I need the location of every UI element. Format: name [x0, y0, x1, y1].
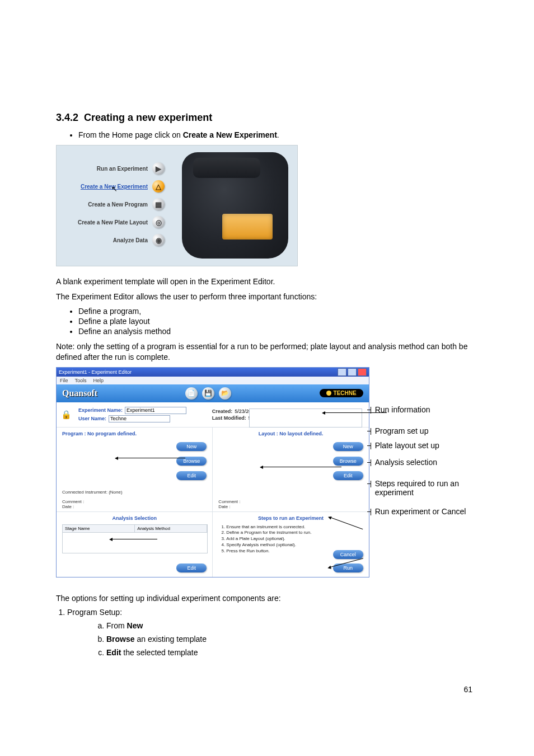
cursor-icon: ↖	[111, 185, 118, 193]
layout-browse-button[interactable]: Browse	[333, 457, 363, 466]
layout-panel: Layout : No layout defined. New Browse E…	[213, 428, 368, 511]
para-blank-template: A blank experiment template will open in…	[56, 276, 472, 287]
para-note: Note: only the setting of a program is e…	[56, 341, 472, 363]
layout-title: Layout : No layout defined.	[218, 431, 363, 436]
step-item: Specify Analysis method (optional).	[226, 542, 363, 548]
annotation-arrow	[263, 467, 341, 467]
layout-date-label: Date :	[218, 504, 363, 509]
analysis-title: Analysis Selection	[62, 515, 207, 521]
home-item-label: Create a New Experiment	[67, 184, 148, 190]
brand-row: Quansoft 📄 💾 📂 TECHNE	[57, 384, 369, 402]
window-minimize-button[interactable]	[338, 368, 346, 376]
home-item-new-program[interactable]: Create a New Program ▦	[67, 198, 165, 210]
page-icon[interactable]: 📄	[185, 387, 198, 400]
home-item-analyze[interactable]: Analyze Data ◉	[67, 234, 165, 246]
app-brand: Quansoft	[62, 388, 97, 398]
menu-bar: File Tools Help	[57, 377, 369, 384]
section-title: Creating a new experiment	[84, 112, 212, 123]
step-item: Add a Plate Layout (optional).	[226, 536, 363, 542]
plate-icon: ◎	[152, 216, 165, 228]
instrument-illustration	[182, 152, 288, 259]
program-new-button[interactable]: New	[176, 442, 207, 451]
annotation-plate-layout: Plate layout set up	[375, 441, 439, 450]
annotation-run-cancel: Run experiment or Cancel	[375, 507, 466, 516]
program-comment-label: Comment :	[62, 499, 207, 504]
window-title: Experiment1 - Experiment Editor	[59, 369, 132, 375]
home-item-label: Create a New Plate Layout	[67, 219, 148, 226]
home-item-label: Run an Experiment	[67, 166, 148, 172]
option-a-bold: New	[127, 621, 143, 630]
run-icon: ▶	[152, 162, 165, 175]
analysis-edit-button[interactable]: Edit	[176, 564, 207, 572]
window-close-button[interactable]	[358, 368, 367, 376]
option-b: Browse an existing template	[106, 635, 472, 644]
created-label: Created:	[212, 408, 233, 414]
window-maximize-button[interactable]	[348, 368, 357, 376]
options-lead: The options for setting up individual ex…	[56, 593, 472, 604]
intro-prefix: From the Home page click on	[78, 130, 183, 139]
menu-file[interactable]: File	[60, 378, 68, 383]
menu-help[interactable]: Help	[93, 378, 104, 383]
home-item-label: Create a New Program	[67, 201, 148, 208]
option-b-bold: Browse	[106, 635, 135, 644]
option-b-suffix: an existing template	[135, 635, 207, 644]
exp-name-input[interactable]	[125, 407, 186, 414]
modified-label: Last Modified:	[212, 415, 246, 421]
options-item-1-label: Program Setup:	[67, 608, 122, 617]
layout-edit-button[interactable]: Edit	[333, 471, 363, 480]
lock-icon: 🔒	[61, 410, 72, 420]
analysis-panel: Analysis Selection Stage Name Analysis M…	[57, 512, 213, 577]
analysis-col-method: Analysis Method	[135, 525, 207, 532]
program-panel: Program : No program defined. New Browse…	[57, 428, 213, 511]
program-icon: ▦	[152, 198, 165, 210]
exp-name-label: Experiment Name:	[78, 407, 123, 413]
analyze-icon: ◉	[152, 234, 165, 246]
home-screenshot: Run an Experiment ▶ Create a New Experim…	[56, 145, 298, 266]
option-c: Edit the selected template	[106, 648, 472, 657]
cancel-button[interactable]: Cancel	[333, 550, 363, 559]
page-number: 61	[56, 685, 472, 694]
intro-bullet: From the Home page click on Create a New…	[78, 130, 472, 139]
save-icon[interactable]: 💾	[202, 387, 214, 400]
vendor-badge: TECHNE	[320, 389, 363, 397]
home-item-run[interactable]: Run an Experiment ▶	[67, 162, 165, 175]
option-a: From New	[106, 621, 472, 630]
annotation-program-setup: Program set up	[375, 426, 429, 435]
program-edit-button[interactable]: Edit	[176, 471, 207, 480]
annotation-steps: Steps required to run an experiment	[375, 479, 459, 497]
menu-tools[interactable]: Tools	[75, 378, 87, 383]
analysis-col-stage: Stage Name	[63, 525, 135, 532]
program-date-label: Date :	[62, 504, 207, 509]
program-title: Program : No program defined.	[62, 431, 207, 436]
steps-title: Steps to run an Experiment	[218, 515, 363, 521]
options-item-1: Program Setup:	[67, 608, 472, 617]
flask-icon: △	[152, 180, 165, 192]
steps-panel: Steps to run an Experiment Ensure that a…	[213, 512, 368, 577]
step-item: Ensure that an instrument is connected.	[226, 524, 363, 530]
para-functions-lead: The Experiment Editor allows the user to…	[56, 292, 472, 302]
annotation-run-info: Run information	[375, 405, 430, 414]
user-name-input[interactable]	[109, 415, 170, 422]
home-item-label: Analyze Data	[67, 237, 148, 243]
home-item-new-plate[interactable]: Create a New Plate Layout ◎	[67, 216, 165, 228]
annotation-analysis: Analysis selection	[375, 458, 437, 467]
step-item: Define a Program for the instrument to r…	[226, 530, 363, 536]
option-c-suffix: the selected template	[121, 648, 198, 657]
annotation-arrow	[113, 539, 157, 539]
annotation-arrow	[118, 458, 185, 458]
func-item: Define a plate layout	[78, 317, 472, 326]
run-information: 🔒 Experiment Name: User Name: Created: 5…	[57, 402, 369, 428]
window-titlebar: Experiment1 - Experiment Editor	[57, 368, 369, 377]
connected-instrument: Connected Instrument: (None)	[62, 490, 207, 495]
layout-new-button[interactable]: New	[333, 442, 363, 451]
intro-action: Create a New Experiment	[183, 130, 277, 139]
option-c-bold: Edit	[106, 648, 121, 657]
layout-comment-label: Comment :	[218, 499, 363, 504]
experiment-editor-window: Experiment1 - Experiment Editor File Too…	[56, 367, 369, 577]
comments-box[interactable]	[249, 408, 362, 428]
intro-suffix: .	[277, 130, 279, 139]
func-item: Define a program,	[78, 307, 472, 316]
section-heading: 3.4.2 Creating a new experiment	[56, 112, 472, 124]
func-item: Define an analysis method	[78, 327, 472, 336]
open-icon[interactable]: 📂	[219, 387, 231, 400]
